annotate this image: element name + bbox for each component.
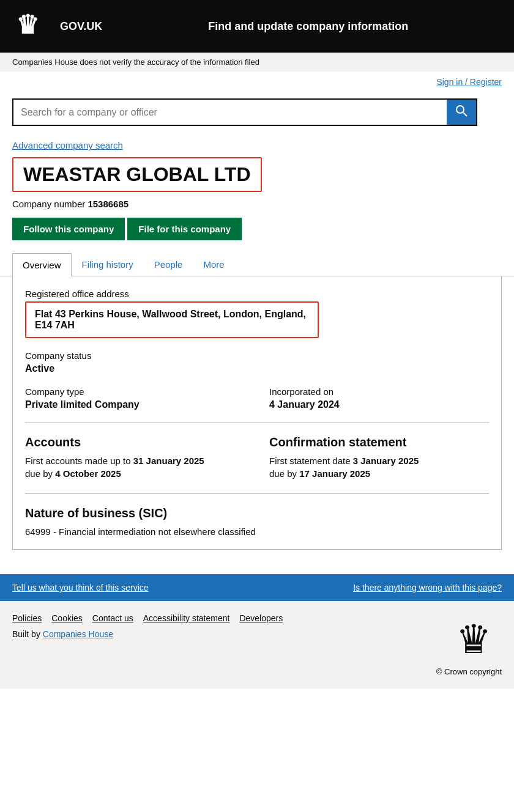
incorporated-label: Incorporated on <box>269 386 489 397</box>
footer-link-cookies[interactable]: Cookies <box>51 613 83 623</box>
follow-button[interactable]: Follow this company <box>12 218 125 240</box>
search-icon <box>455 105 467 117</box>
company-type-row: Company type Private limited Company Inc… <box>25 386 489 410</box>
company-number-value: 15386685 <box>88 199 128 209</box>
advanced-search-link[interactable]: Advanced company search <box>12 140 123 150</box>
signin-link[interactable]: Sign in / Register <box>436 77 502 87</box>
footer-right: ♛ © Crown copyright <box>436 613 502 676</box>
confirmation-heading: Confirmation statement <box>269 435 489 449</box>
svg-line-3 <box>463 113 467 116</box>
company-status-label: Company status <box>25 350 489 361</box>
accounts-first-label: First accounts made up to <box>25 456 131 466</box>
tab-more[interactable]: More <box>193 253 234 276</box>
overview-content: Registered office address Flat 43 Perkin… <box>12 276 502 550</box>
gov-logo-text: GOV.UK <box>60 20 102 33</box>
footer-links: Policies Cookies Contact us Accessibilit… <box>12 613 283 623</box>
built-by: Built by Companies House <box>12 629 283 639</box>
crown-footer-icon: ♛ <box>453 613 502 662</box>
company-status-value: Active <box>25 363 489 374</box>
advanced-search-link-container: Advanced company search <box>0 135 514 151</box>
feedback-bar: Tell us what you think of this service I… <box>0 574 514 601</box>
confirmation-due-label: due by <box>269 468 297 479</box>
file-button[interactable]: File for this company <box>127 218 242 240</box>
company-type-value: Private limited Company <box>25 399 245 410</box>
footer-left: Policies Cookies Contact us Accessibilit… <box>12 613 283 639</box>
svg-text:♛: ♛ <box>456 617 491 662</box>
company-status-section: Company status Active <box>25 350 489 374</box>
confirmation-section: Confirmation statement First statement d… <box>269 435 489 481</box>
divider-1 <box>25 423 489 423</box>
company-name: WEASTAR GLOBAL LTD <box>23 163 251 186</box>
accounts-first-line: First accounts made up to 31 January 202… <box>25 456 245 466</box>
search-form <box>12 98 477 126</box>
confirmation-first-label: First statement date <box>269 456 351 466</box>
footer-link-policies[interactable]: Policies <box>12 613 42 623</box>
search-input[interactable] <box>13 100 447 125</box>
site-header: ♛ GOV.UK Find and update company informa… <box>0 0 514 53</box>
footer: Policies Cookies Contact us Accessibilit… <box>0 601 514 688</box>
address-box: Flat 43 Perkins House, Wallwood Street, … <box>25 301 319 338</box>
nature-section: Nature of business (SIC) 64999 - Financi… <box>25 506 489 537</box>
crown-icon: ♛ <box>12 5 55 48</box>
signin-bar: Sign in / Register <box>0 72 514 92</box>
company-number-section: Company number 15386685 <box>0 195 514 213</box>
search-area <box>0 92 514 135</box>
incorporated-date: 4 January 2024 <box>269 399 489 410</box>
svg-point-2 <box>456 106 464 113</box>
accounts-first-date: 31 January 2025 <box>133 456 204 466</box>
nature-value: 64999 - Financial intermediation not els… <box>25 526 489 537</box>
confirmation-due-line: due by 17 January 2025 <box>269 468 489 479</box>
footer-link-contact[interactable]: Contact us <box>92 613 133 623</box>
company-actions: Follow this company File for this compan… <box>0 213 514 253</box>
tabs-container: Overview Filing history People More <box>0 253 514 276</box>
accounts-due-date: 4 October 2025 <box>55 468 121 479</box>
tab-overview[interactable]: Overview <box>12 253 72 276</box>
accounts-heading: Accounts <box>25 435 245 449</box>
confirmation-first-date: 3 January 2025 <box>353 456 419 466</box>
svg-text:♛: ♛ <box>16 10 39 39</box>
warning-text: Companies House does not verify the accu… <box>12 57 259 67</box>
footer-link-developers[interactable]: Developers <box>239 613 283 623</box>
feedback-left-link[interactable]: Tell us what you think of this service <box>12 583 149 592</box>
gov-logo: ♛ GOV.UK <box>12 5 102 48</box>
company-number-label: Company number <box>12 199 85 209</box>
accounts-due-label: due by <box>25 468 53 479</box>
accounts-section: Accounts First accounts made up to 31 Ja… <box>25 435 245 481</box>
built-by-link[interactable]: Companies House <box>43 629 113 639</box>
warning-bar: Companies House does not verify the accu… <box>0 53 514 72</box>
registered-office-section: Registered office address Flat 43 Perkin… <box>25 289 489 338</box>
registered-office-label: Registered office address <box>25 289 489 299</box>
address-value: Flat 43 Perkins House, Wallwood Street, … <box>35 309 309 331</box>
confirmation-due-date: 17 January 2025 <box>299 468 370 479</box>
accounts-confirmation-row: Accounts First accounts made up to 31 Ja… <box>25 435 489 481</box>
company-type-label: Company type <box>25 386 245 397</box>
built-by-label: Built by <box>12 629 40 639</box>
footer-link-accessibility[interactable]: Accessibility statement <box>143 613 230 623</box>
divider-2 <box>25 493 489 494</box>
nature-heading: Nature of business (SIC) <box>25 506 489 520</box>
crown-copyright: © Crown copyright <box>436 667 502 676</box>
confirmation-first-line: First statement date 3 January 2025 <box>269 456 489 466</box>
company-type-col: Company type Private limited Company <box>25 386 245 410</box>
tab-filing-history[interactable]: Filing history <box>72 253 144 276</box>
accounts-due-line: due by 4 October 2025 <box>25 468 245 479</box>
search-button[interactable] <box>447 100 476 125</box>
tab-people[interactable]: People <box>144 253 193 276</box>
company-name-section: WEASTAR GLOBAL LTD <box>0 151 514 195</box>
company-name-box: WEASTAR GLOBAL LTD <box>12 157 262 192</box>
header-title: Find and update company information <box>114 20 502 33</box>
feedback-right-link[interactable]: Is there anything wrong with this page? <box>353 583 502 592</box>
incorporated-col: Incorporated on 4 January 2024 <box>269 386 489 410</box>
